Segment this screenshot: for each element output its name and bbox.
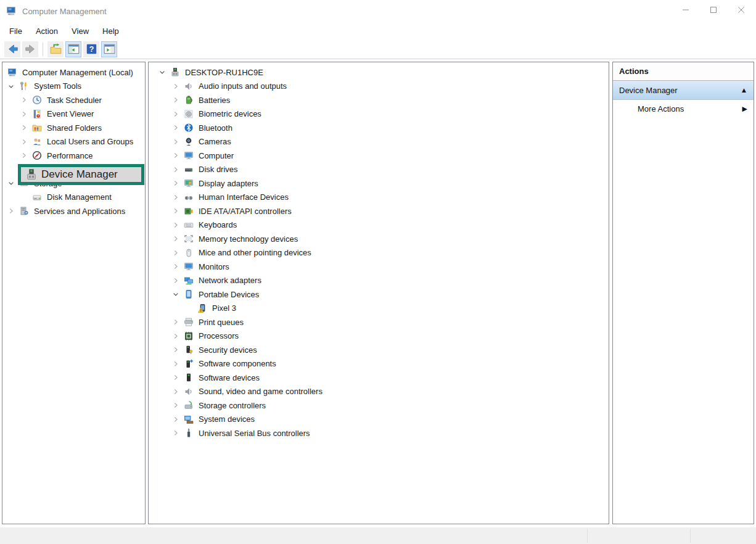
menu-file[interactable]: File (2, 24, 29, 38)
tree-item-computer-management-local-[interactable]: Computer Management (Local) (2, 65, 145, 80)
more-actions-item[interactable]: More Actions ▶ (613, 100, 754, 118)
tree-item-human-interface-devices[interactable]: Human Interface Devices (149, 191, 609, 205)
tree-item-system-devices[interactable]: System devices (149, 413, 609, 427)
system-tools-icon (19, 81, 32, 91)
export-list-button[interactable] (47, 41, 64, 57)
tree-item-system-tools[interactable]: System Tools (2, 80, 145, 94)
chevron-collapsed-icon[interactable] (171, 109, 184, 119)
tree-item-event-viewer[interactable]: Event Viewer (2, 107, 145, 122)
menu-view[interactable]: View (65, 24, 96, 38)
console-tree-panel: Computer Management (Local)System ToolsT… (2, 62, 146, 524)
chevron-collapsed-icon[interactable] (20, 109, 32, 119)
chevron-collapsed-icon[interactable] (171, 400, 184, 410)
tree-item-batteries[interactable]: Batteries (149, 93, 609, 107)
chevron-collapsed-icon[interactable] (171, 331, 184, 341)
show-hide-console-tree-button[interactable] (65, 41, 81, 57)
tree-item-label: Software devices (197, 373, 261, 383)
chevron-collapsed-icon[interactable] (171, 234, 184, 244)
actions-section-device-manager[interactable]: Device Manager ▲ (613, 81, 754, 100)
tree-item-label: Local Users and Groups (45, 136, 135, 147)
tree-item-sound-video-and-game-controllers[interactable]: Sound, video and game controllers (149, 385, 609, 399)
app-icon (6, 6, 17, 17)
tree-item-audio-inputs-and-outputs[interactable]: Audio inputs and outputs (149, 80, 609, 94)
tree-item-universal-serial-bus-controllers[interactable]: Universal Serial Bus controllers (149, 426, 609, 440)
chevron-collapsed-icon[interactable] (171, 192, 184, 202)
chevron-collapsed-icon[interactable] (171, 428, 184, 438)
chevron-collapsed-icon[interactable] (171, 387, 184, 397)
chevron-collapsed-icon[interactable] (171, 95, 184, 105)
tree-item-services-and-applications[interactable]: Services and Applications (2, 204, 145, 218)
chevron-collapsed-icon[interactable] (20, 95, 32, 105)
tree-item-desktop-ru1hc9e[interactable]: DESKTOP-RU1HC9E (149, 65, 609, 80)
collapse-section-icon[interactable]: ▲ (742, 87, 746, 93)
chevron-collapsed-icon[interactable] (171, 220, 184, 230)
chevron-collapsed-icon[interactable] (171, 248, 184, 258)
chevron-collapsed-icon[interactable] (171, 276, 184, 286)
back-button[interactable] (4, 41, 20, 57)
tree-item-security-devices[interactable]: Security devices (149, 343, 609, 357)
chevron-collapsed-icon[interactable] (171, 345, 184, 355)
chevron-expanded-icon[interactable] (158, 67, 170, 77)
tree-item-shared-folders[interactable]: Shared Folders (2, 121, 145, 135)
chevron-collapsed-icon[interactable] (20, 123, 32, 133)
tree-item-portable-devices[interactable]: Portable Devices (149, 287, 609, 302)
show-hide-action-pane-button[interactable] (101, 41, 117, 57)
chevron-expanded-icon[interactable] (7, 81, 19, 91)
minimize-button[interactable] (672, 0, 699, 20)
forward-button[interactable] (22, 41, 38, 57)
tree-item-performance[interactable]: Performance (2, 149, 145, 163)
computer-management-icon (7, 67, 20, 77)
chevron-collapsed-icon[interactable] (7, 206, 19, 216)
chevron-collapsed-icon[interactable] (171, 206, 184, 216)
memory-icon (184, 234, 197, 244)
close-button[interactable] (727, 0, 755, 20)
tree-item-mice-and-other-pointing-devices[interactable]: Mice and other pointing devices (149, 246, 609, 260)
tree-item-bluetooth[interactable]: Bluetooth (149, 121, 609, 135)
more-actions-label: More Actions (638, 104, 684, 113)
chevron-placeholder (185, 303, 197, 313)
tree-item-display-adapters[interactable]: Display adapters (149, 176, 609, 191)
chevron-collapsed-icon[interactable] (171, 414, 184, 424)
help-button[interactable]: ? (83, 41, 99, 57)
tree-item-storage-controllers[interactable]: Storage controllers (149, 398, 609, 413)
keyboard-icon (184, 220, 197, 230)
tree-item-network-adapters[interactable]: Network adapters (149, 274, 609, 288)
chevron-expanded-icon[interactable] (171, 289, 184, 299)
chevron-collapsed-icon[interactable] (171, 137, 184, 147)
tree-item-keyboards[interactable]: Keyboards (149, 218, 609, 233)
help-icon: ? (86, 43, 97, 55)
tree-item-task-scheduler[interactable]: Task Scheduler (2, 93, 145, 107)
tree-item-software-devices[interactable]: Software devices (149, 371, 609, 385)
maximize-button[interactable] (699, 0, 727, 20)
tree-item-ide-ata-atapi-controllers[interactable]: IDE ATA/ATAPI controllers (149, 204, 609, 218)
tree-item-disk-drives[interactable]: Disk drives (149, 163, 609, 177)
tree-item-disk-management[interactable]: Disk Management (2, 191, 145, 205)
tree-item-software-components[interactable]: Software components (149, 357, 609, 371)
tree-item-local-users-and-groups[interactable]: Local Users and Groups (2, 135, 145, 149)
tree-item-processors[interactable]: Processors (149, 329, 609, 344)
chevron-expanded-icon[interactable] (7, 178, 19, 188)
printer-icon (184, 317, 197, 327)
chevron-collapsed-icon[interactable] (171, 150, 184, 160)
chevron-collapsed-icon[interactable] (171, 81, 184, 91)
chevron-collapsed-icon[interactable] (171, 165, 184, 175)
menu-help[interactable]: Help (96, 24, 126, 38)
tree-item-memory-technology-devices[interactable]: Memory technology devices (149, 232, 609, 246)
chevron-collapsed-icon[interactable] (171, 123, 184, 133)
chevron-collapsed-icon[interactable] (171, 373, 184, 382)
tree-item-label: Disk Management (45, 192, 113, 202)
chevron-collapsed-icon[interactable] (171, 359, 184, 369)
tree-item-cameras[interactable]: Cameras (149, 135, 609, 149)
tree-item-biometric-devices[interactable]: Biometric devices (149, 107, 609, 122)
chevron-collapsed-icon[interactable] (20, 137, 32, 147)
chevron-collapsed-icon[interactable] (171, 178, 184, 188)
tree-item-monitors[interactable]: Monitors (149, 260, 609, 274)
tree-item-print-queues[interactable]: Print queues (149, 315, 609, 329)
menu-action[interactable]: Action (29, 24, 65, 38)
chevron-collapsed-icon[interactable] (171, 317, 184, 327)
tree-item-pixel-3[interactable]: Pixel 3 (149, 302, 609, 316)
computer-device-icon (170, 67, 183, 77)
tree-item-computer[interactable]: Computer (149, 149, 609, 163)
chevron-collapsed-icon[interactable] (20, 150, 32, 160)
chevron-collapsed-icon[interactable] (171, 262, 184, 271)
